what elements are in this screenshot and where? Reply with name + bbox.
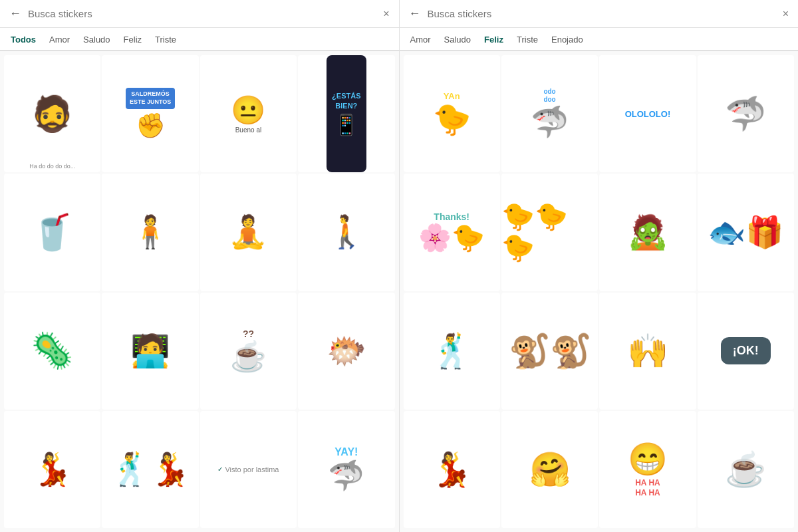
tab-right-triste[interactable]: Triste [510,28,545,50]
sticker-coffee-question[interactable]: ?? ☕ [200,293,297,410]
sticker-thanks-shark[interactable]: Thanks! 🌸🐤 [404,174,500,291]
left-search-input[interactable] [28,8,376,19]
sticker-shark-gift[interactable]: 🐟🎁 [698,174,794,291]
sticker-phone[interactable]: ¿ESTÁSBIEN? 📱 [298,55,394,172]
sticker-walk[interactable]: 🚶 [298,174,394,291]
left-sticker-grid: 🧔 Ha do do do do... SALDREMÓSESTE JUNTOS… [0,51,399,532]
sticker-olololo[interactable]: OLOLOLO! [599,55,696,172]
sticker-monkeys-hug[interactable]: 🐒🐒 [501,293,598,410]
sticker-blob[interactable]: 🦠 [4,293,100,410]
sticker-ha-text[interactable]: 😁 HA HAHA HA [599,411,696,528]
tab-feliz[interactable]: Feliz [117,28,148,50]
sticker-person-point[interactable]: 🧍 [102,174,198,291]
sticker-yoga[interactable]: 🧘 [200,174,297,291]
sticker-coffee-cup[interactable]: 🥤 [4,174,100,291]
sticker-shark-angry[interactable]: 🦈 [698,55,794,172]
tab-todos[interactable]: Todos [4,28,43,50]
left-tabs: Todos Amor Saludo Feliz Triste [0,28,399,51]
sticker-homer2[interactable]: 😐 Bueno al [200,55,297,172]
sticker-yay[interactable]: YAY! 🦈 [298,411,394,528]
sticker-fist[interactable]: SALDREMÓSESTE JUNTOS ✊ [102,55,198,172]
sticker-teal-monster[interactable]: 🧟 [599,174,696,291]
panels-container: ← × Todos Amor Saludo Feliz Triste 🧔 Ha … [0,0,798,532]
right-tabs: Amor Saludo Feliz Triste Enojado [400,28,799,51]
sticker-cup-smile[interactable]: ☕ [698,411,794,528]
right-back-arrow[interactable]: ← [409,7,421,21]
tab-right-amor[interactable]: Amor [404,28,438,50]
sticker-ok-bubble[interactable]: ¡OK! [698,293,794,410]
sticker-woman-drink[interactable]: 💃 [4,411,100,528]
sticker-teal-dance[interactable]: 🕺 [404,293,500,410]
sticker-shark-ya[interactable]: YAn 🐤 [404,55,500,172]
sticker-celebrate-arms[interactable]: 🙌 [599,293,696,410]
left-close-icon[interactable]: × [383,8,389,20]
left-back-arrow[interactable]: ← [9,7,21,21]
sticker-homer[interactable]: 🧔 Ha do do do do... [4,55,100,172]
panel-left: ← × Todos Amor Saludo Feliz Triste 🧔 Ha … [0,0,400,532]
tab-saludo[interactable]: Saludo [76,28,116,50]
sticker-couple-dance[interactable]: 🕺💃 [102,411,198,528]
tab-right-saludo[interactable]: Saludo [438,28,477,50]
right-sticker-grid: YAn 🐤 ododoo 🦈 OLOLOLO! 🦈 [400,51,799,532]
tab-amor[interactable]: Amor [43,28,76,50]
tab-triste[interactable]: Triste [148,28,183,50]
panel-right: ← × Amor Saludo Feliz Triste Enojado YAn… [400,0,799,532]
right-close-icon[interactable]: × [783,8,789,20]
sticker-three-ducks[interactable]: 🐤🐤🐤 [501,174,598,291]
sticker-seen[interactable]: ✓ Visto por lastima [200,411,297,528]
sticker-shark-dance[interactable]: ododoo 🦈 [501,55,598,172]
sticker-hug[interactable]: 🤗 [501,411,598,528]
right-search-bar: ← × [400,0,799,28]
tab-right-enojado[interactable]: Enojado [545,28,590,50]
sticker-dance-woman[interactable]: 💃 [404,411,500,528]
sticker-laptop[interactable]: 🧑‍💻 [102,293,198,410]
sticker-fish-dance[interactable]: 🐡 [298,293,394,410]
tab-right-feliz[interactable]: Feliz [477,28,510,50]
right-search-input[interactable] [428,8,776,19]
left-search-bar: ← × [0,0,399,28]
